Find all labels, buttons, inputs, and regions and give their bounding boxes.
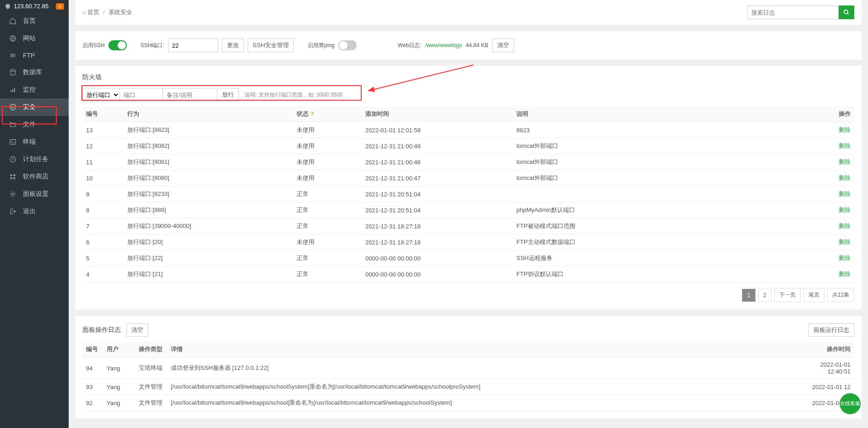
delete-link[interactable]: 删除	[839, 206, 851, 213]
cell-type: 文件管理	[135, 379, 167, 395]
cell-time: 0000-00-00 00:00:00	[362, 266, 513, 282]
cell-type: 文件管理	[135, 395, 167, 411]
sidebar-item-security[interactable]: 安全	[0, 98, 69, 116]
delete-link[interactable]: 删除	[839, 271, 851, 277]
settings-icon	[9, 190, 16, 198]
search-input[interactable]	[747, 5, 839, 19]
allow-button[interactable]: 放行	[217, 88, 239, 102]
clear-weblog-button[interactable]: 清空	[492, 38, 514, 52]
action-select[interactable]: 放行端口	[82, 88, 120, 102]
sidebar-item-label: 计划任务	[23, 155, 49, 163]
col-desc: 说明	[513, 106, 831, 122]
help-icon[interactable]: ?	[310, 110, 314, 117]
ssh-port-label: SSH端口:	[141, 42, 164, 49]
delete-link[interactable]: 删除	[839, 126, 851, 133]
server-ip: 123.60.72.85	[14, 3, 49, 10]
port-range-hint: 说明: 支持放行端口范围，如: 3000:3500	[244, 91, 342, 99]
sidebar: 123.60.72.85 0 首页网站FTP数据库监控安全文件终端计划任务软件商…	[0, 0, 69, 428]
delete-link[interactable]: 删除	[839, 190, 851, 197]
cell-status: 未使用	[293, 138, 362, 154]
svg-line-13	[847, 13, 849, 15]
cell-status: 正常	[293, 202, 362, 218]
table-row: 92Yang文件管理[/usr/local/bttomcat/tomcat9/w…	[82, 395, 854, 411]
search-button[interactable]	[839, 5, 854, 19]
cell-desc: FTP主动模式数据端口	[513, 234, 831, 250]
cell-no: 94	[82, 358, 103, 379]
security-icon	[9, 103, 16, 111]
db-icon	[9, 69, 16, 76]
ssh-toggle[interactable]	[108, 40, 127, 50]
table-row: 7放行端口:[39000-40000]正常2021-12-31 18:27:18…	[82, 218, 854, 234]
sidebar-item-db[interactable]: 数据库	[0, 64, 69, 81]
sidebar-item-logout[interactable]: 退出	[0, 203, 69, 220]
terminal-icon	[9, 138, 16, 146]
cell-behavior: 放行端口:[888]	[124, 202, 293, 218]
notification-badge[interactable]: 0	[56, 3, 64, 10]
cell-time: 2022-01-01 12:40:51	[795, 358, 854, 379]
svg-point-11	[12, 193, 14, 195]
panel-run-log-button[interactable]: 面板运行日志	[808, 323, 854, 337]
home-icon: ⌂	[82, 9, 86, 16]
cell-detail: [/usr/local/bttomcat/tomcat9/webapps/sch…	[167, 379, 795, 395]
ping-toggle[interactable]	[338, 40, 357, 50]
cell-status: 未使用	[293, 154, 362, 170]
clear-logs-button[interactable]: 清空	[126, 323, 148, 337]
sidebar-item-settings[interactable]: 面板设置	[0, 185, 69, 203]
delete-link[interactable]: 删除	[839, 158, 851, 165]
cell-no: 9	[82, 186, 124, 202]
cell-behavior: 放行端口:[8081]	[124, 154, 293, 170]
delete-link[interactable]: 删除	[839, 255, 851, 261]
cell-time: 2021-12-31 21:00:48	[362, 154, 513, 170]
monitor-icon	[9, 86, 16, 93]
log-col-type: 操作类型	[135, 341, 167, 358]
table-row: 6放行端口:[20]未使用2021-12-31 18:27:18FTP主动模式数…	[82, 234, 854, 250]
page-next[interactable]: 下一页	[774, 288, 801, 302]
sidebar-item-home[interactable]: 首页	[0, 12, 69, 30]
chat-support-button[interactable]: 在线客服	[840, 393, 861, 414]
delete-link[interactable]: 删除	[839, 174, 851, 181]
cell-status: 未使用	[293, 122, 362, 138]
cell-time: 2021-12-31 20:51:04	[362, 186, 513, 202]
sidebar-item-label: 面板设置	[23, 190, 49, 198]
weblog-size: 44.84 KB	[466, 42, 488, 49]
sidebar-item-store[interactable]: 软件商店	[0, 168, 69, 185]
cell-behavior: 放行端口:[22]	[124, 250, 293, 266]
page-total: 共12条	[827, 288, 854, 302]
page-1[interactable]: 1	[742, 289, 755, 302]
cell-time: 2021-12-31 21:00:47	[362, 170, 513, 186]
cell-time: 2022-01-01 12	[795, 379, 854, 395]
weblog-path[interactable]: /www/wwwlogs	[425, 42, 462, 49]
cell-desc: tomcat外部端口	[513, 138, 831, 154]
sidebar-item-label: 数据库	[23, 68, 42, 76]
col-no: 编号	[82, 106, 124, 122]
globe-icon	[9, 35, 16, 42]
table-row: 5放行端口:[22]正常0000-00-00 00:00:00SSH远程服务删除	[82, 250, 854, 266]
breadcrumb-home[interactable]: 首页	[87, 8, 99, 16]
sidebar-item-globe[interactable]: 网站	[0, 30, 69, 47]
logs-title: 面板操作日志	[82, 326, 121, 334]
change-port-button[interactable]: 更改	[222, 38, 244, 52]
table-row: 93Yang文件管理[/usr/local/bttomcat/tomcat9/w…	[82, 379, 854, 395]
svg-rect-7	[11, 174, 12, 176]
sidebar-item-file[interactable]: 文件	[0, 116, 69, 133]
ssh-port-input[interactable]	[168, 38, 218, 52]
port-input[interactable]	[119, 88, 163, 102]
cell-no: 13	[82, 122, 124, 138]
col-behavior: 行为	[124, 106, 293, 122]
delete-link[interactable]: 删除	[839, 222, 851, 229]
sidebar-item-label: 安全	[23, 103, 36, 111]
file-icon	[9, 121, 16, 128]
delete-link[interactable]: 删除	[839, 142, 851, 149]
ssh-security-button[interactable]: SSH安全管理	[248, 38, 294, 52]
svg-rect-9	[11, 177, 12, 179]
breadcrumb-bar: ⌂ 首页 / 系统安全	[75, 0, 862, 25]
page-2[interactable]: 2	[758, 289, 771, 302]
sidebar-item-label: 终端	[23, 138, 36, 146]
sidebar-item-terminal[interactable]: 终端	[0, 133, 69, 151]
delete-link[interactable]: 删除	[839, 238, 851, 245]
sidebar-item-monitor[interactable]: 监控	[0, 81, 69, 98]
page-last[interactable]: 尾页	[803, 288, 825, 302]
sidebar-item-ftp[interactable]: FTP	[0, 47, 69, 64]
remark-input[interactable]	[163, 88, 217, 102]
sidebar-item-cron[interactable]: 计划任务	[0, 151, 69, 168]
